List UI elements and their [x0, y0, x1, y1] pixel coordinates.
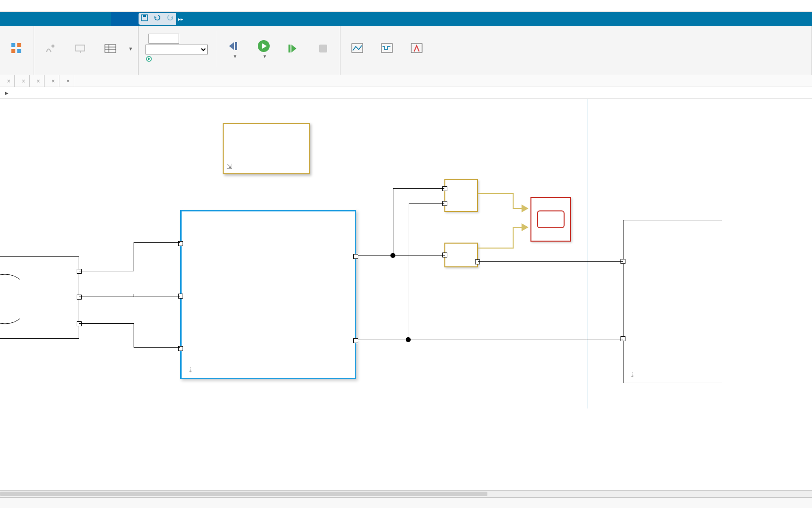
wire[interactable]	[79, 297, 180, 297]
ribbon-tabstrip: ▸▸	[0, 12, 812, 26]
svg-rect-2	[11, 43, 15, 47]
block-dc-rlc-load[interactable]: ⇣	[623, 220, 722, 383]
svg-rect-17	[319, 45, 327, 52]
block-current-measurement[interactable]	[444, 243, 478, 267]
wire[interactable]	[358, 340, 623, 340]
signal-arrow-icon	[522, 204, 528, 212]
step-forward-button[interactable]	[280, 31, 307, 67]
stop-icon	[316, 42, 330, 55]
port[interactable]	[77, 295, 82, 300]
signal-table-button[interactable]	[96, 31, 124, 67]
birds-eye-scope-button[interactable]	[403, 31, 430, 67]
signal-wire[interactable]	[478, 248, 513, 249]
block-source[interactable]	[0, 256, 79, 339]
tab-format[interactable]	[55, 12, 83, 26]
port[interactable]	[77, 321, 82, 326]
wire[interactable]	[409, 203, 444, 203]
port[interactable]	[353, 254, 358, 259]
close-icon[interactable]: ×	[37, 78, 40, 85]
svg-rect-16	[288, 45, 290, 52]
horizontal-scrollbar[interactable]	[0, 490, 812, 497]
svg-rect-7	[76, 45, 85, 51]
close-icon[interactable]: ×	[22, 78, 25, 85]
tab-modeling[interactable]	[28, 12, 55, 26]
close-icon[interactable]: ×	[51, 78, 55, 85]
doc-tab[interactable]: ×	[59, 75, 74, 87]
wire[interactable]	[134, 242, 134, 271]
undo-icon[interactable]	[153, 14, 161, 24]
group-library-label	[0, 72, 34, 75]
signal-wire[interactable]	[513, 227, 514, 249]
prepare-expand-icon[interactable]: ▼	[126, 46, 135, 51]
scope-screen-icon	[537, 210, 565, 228]
port[interactable]	[353, 338, 358, 343]
svg-rect-5	[17, 49, 21, 53]
svg-point-6	[51, 45, 54, 48]
port[interactable]	[475, 259, 480, 264]
close-icon[interactable]: ×	[66, 78, 70, 85]
data-inspector-button[interactable]	[343, 31, 371, 67]
stop-time-input[interactable]	[148, 34, 179, 44]
doc-tab[interactable]: ×	[45, 75, 59, 87]
signal-wire[interactable]	[513, 193, 514, 208]
tab-apps[interactable]	[83, 12, 111, 26]
block-powergui[interactable]: ⇲	[223, 123, 310, 174]
stop-button[interactable]	[309, 31, 337, 67]
port[interactable]	[77, 269, 82, 274]
block-pwm-rectifier[interactable]: ⇣	[180, 210, 356, 379]
signal-wire[interactable]	[513, 208, 523, 209]
redo-icon[interactable]	[166, 14, 174, 24]
junction-node[interactable]	[406, 337, 411, 342]
quick-access-toolbar	[139, 13, 176, 25]
logic-analyzer-button[interactable]	[373, 31, 401, 67]
port[interactable]	[442, 201, 447, 206]
wire[interactable]	[393, 188, 444, 189]
svg-rect-3	[17, 43, 21, 47]
wire[interactable]	[134, 347, 180, 348]
chevron-down-icon: ▼	[262, 54, 267, 59]
wire[interactable]	[478, 261, 623, 262]
link-icon: ⇲	[227, 162, 233, 170]
wire[interactable]	[134, 242, 180, 243]
wire[interactable]	[393, 188, 393, 255]
block-scope[interactable]	[530, 197, 571, 242]
model-canvas[interactable]: ⇲ ⇣	[0, 99, 812, 431]
wire[interactable]	[79, 323, 134, 324]
group-review-label	[340, 72, 812, 75]
svg-rect-19	[382, 44, 392, 52]
add-viewer-button[interactable]	[67, 31, 95, 67]
library-browser-button[interactable]	[3, 31, 31, 67]
tab-debug[interactable]	[0, 12, 28, 26]
block-voltage-measurement[interactable]	[444, 179, 478, 212]
arrow-down-icon: ⇣	[188, 366, 193, 374]
chevron-down-icon: ▼	[233, 54, 237, 59]
signal-wire[interactable]	[513, 227, 523, 228]
tab-block[interactable]	[111, 12, 139, 26]
signal-arrow-icon	[522, 223, 528, 231]
port[interactable]	[178, 294, 183, 299]
port[interactable]	[621, 336, 625, 341]
port[interactable]	[442, 186, 447, 191]
step-back-button[interactable]: ▼	[220, 31, 248, 67]
doc-tab[interactable]: ×	[30, 75, 45, 87]
scrollbar-thumb[interactable]	[0, 492, 487, 496]
simulation-mode-select[interactable]	[145, 45, 208, 54]
signal-table-icon	[103, 42, 117, 55]
breadcrumb[interactable]: ▶	[0, 87, 812, 99]
wire[interactable]	[79, 271, 134, 271]
save-icon[interactable]	[141, 14, 148, 24]
qat-expand-icon[interactable]: ▸▸	[176, 12, 185, 26]
doc-tab[interactable]: ×	[0, 75, 15, 87]
wire[interactable]	[358, 255, 445, 255]
run-button[interactable]: ▼	[250, 31, 278, 67]
fast-restart-icon[interactable]	[145, 55, 152, 64]
log-signals-button[interactable]	[37, 31, 65, 67]
svg-rect-14	[235, 42, 237, 50]
wire[interactable]	[409, 203, 409, 340]
signal-wire[interactable]	[478, 193, 513, 194]
close-icon[interactable]: ×	[7, 78, 10, 85]
document-tabstrip: × × × × ×	[0, 75, 812, 87]
doc-tab[interactable]: ×	[15, 75, 30, 87]
wire[interactable]	[134, 323, 134, 347]
step-forward-icon	[287, 42, 300, 55]
